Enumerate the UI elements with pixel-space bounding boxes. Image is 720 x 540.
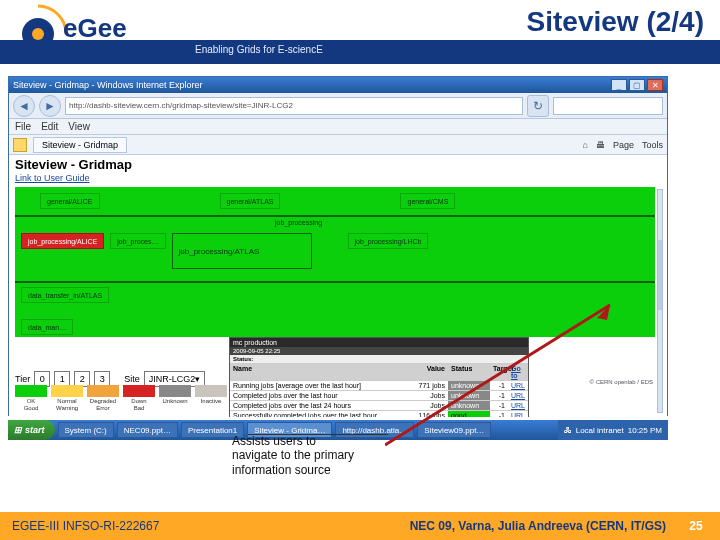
legend-unk: Unknown [159, 385, 191, 411]
tile-general-atlas[interactable]: general/ATLAS [220, 193, 281, 209]
ie-toolbar: ◄ ► http://dashb-siteview.cern.ch/gridma… [9, 93, 667, 119]
tile-proc-alice[interactable]: job_processing/ALICE [21, 233, 104, 249]
refresh-button[interactable]: ↻ [527, 95, 549, 117]
metric-url-link[interactable]: URL [508, 391, 528, 400]
ie-tab-bar: Siteview - Gridmap ⌂ 🖶 Page Tools [9, 135, 667, 155]
metric-url-link[interactable]: URL [508, 411, 528, 417]
tool-home-icon[interactable]: ⌂ [583, 140, 588, 150]
windows-icon: ⊞ [14, 425, 22, 435]
legend-ok: OKGood [15, 385, 47, 411]
network-icon: 🖧 [564, 426, 572, 435]
metric-url-link[interactable]: URL [508, 381, 528, 390]
start-button[interactable]: ⊞ start [8, 420, 55, 440]
address-bar[interactable]: http://dashb-siteview.cern.ch/gridmap-si… [65, 97, 523, 115]
minimize-button[interactable]: _ [611, 79, 627, 91]
clock: 10:25 PM [628, 426, 662, 435]
popup-timestamp: 2009-09-05 22:25 [230, 347, 528, 355]
header: eGee Enabling Grids for E-sciencE Sitevi… [0, 0, 720, 56]
legend-warn: NormalWarning [51, 385, 83, 411]
footer: EGEE-III INFSO-RI-222667 NEC 09, Varna, … [0, 512, 720, 540]
tile-proc-atlas[interactable]: job_processing/ATLAS [172, 233, 312, 269]
job-processing-label: job_processing [275, 219, 322, 226]
user-guide-link[interactable]: Link to User Guide [15, 173, 90, 183]
close-button[interactable]: ✕ [647, 79, 663, 91]
scrollbar[interactable] [657, 189, 663, 413]
menu-file[interactable]: File [15, 121, 31, 132]
tool-tools[interactable]: Tools [642, 140, 663, 150]
taskbar-item[interactable]: Siteview09.ppt… [417, 422, 491, 438]
browser-tab[interactable]: Siteview - Gridmap [33, 137, 127, 153]
popup-header: mc production [230, 338, 528, 347]
metric-row: Completed jobs over the last 24 hoursJob… [230, 400, 528, 410]
search-box[interactable] [553, 97, 663, 115]
cern-credit: © CERN openlab / EDS [590, 379, 653, 385]
favorites-icon[interactable] [13, 138, 27, 152]
legend: OKGoodNormalWarningDegradedErrorDownBadU… [15, 385, 227, 411]
tile-proc-mid[interactable]: job_proces… [110, 233, 165, 249]
ie-titlebar: Siteview - Gridmap - Windows Internet Ex… [9, 77, 667, 93]
metric-url-link[interactable]: URL [508, 401, 528, 410]
menu-view[interactable]: View [68, 121, 90, 132]
tile-general-cms[interactable]: general/CMS [400, 193, 455, 209]
taskbar-item[interactable]: System (C:) [58, 422, 114, 438]
forward-button[interactable]: ► [39, 95, 61, 117]
tile-general-alice[interactable]: general/ALICE [40, 193, 100, 209]
metric-row: Successfully completed jobs over the las… [230, 410, 528, 417]
system-tray[interactable]: 🖧 Local intranet 10:25 PM [558, 420, 668, 440]
tile-data-atlas[interactable]: data_transfer_in/ATLAS [21, 287, 109, 303]
tool-page[interactable]: Page [613, 140, 634, 150]
svg-point-1 [32, 28, 44, 40]
metric-popup: mc production 2009-09-05 22:25 Status: N… [229, 337, 529, 417]
tile-proc-lhcb[interactable]: job_processing/LHCb [348, 233, 429, 249]
annotation-text: Assists users to navigate to the primary… [232, 434, 362, 477]
maximize-button[interactable]: ▢ [629, 79, 645, 91]
metric-row: Running jobs [average over the last hour… [230, 380, 528, 390]
page-number: 25 [684, 519, 708, 533]
taskbar-item[interactable]: NEC09.ppt… [117, 422, 178, 438]
footer-right: NEC 09, Varna, Julia Andreeva (CERN, IT/… [410, 519, 666, 533]
gridmap[interactable]: general/ALICE general/ATLAS general/CMS … [15, 187, 655, 337]
page-title: Siteview (2/4) [527, 6, 704, 38]
tagline: Enabling Grids for E-sciencE [195, 44, 323, 55]
page-content: Siteview - Gridmap Link to User Guide ge… [9, 155, 667, 417]
tool-print-icon[interactable]: 🖶 [596, 140, 605, 150]
egee-logo: eGee [8, 4, 163, 52]
scroll-thumb[interactable] [658, 240, 662, 310]
footer-left: EGEE-III INFSO-RI-222667 [12, 519, 159, 533]
ie-window: Siteview - Gridmap - Windows Internet Ex… [8, 76, 668, 416]
window-title: Siteview - Gridmap - Windows Internet Ex… [13, 80, 203, 90]
tile-data-man[interactable]: data_man… [21, 319, 73, 335]
gridmap-title: Siteview - Gridmap [15, 157, 132, 172]
metric-row: Completed jobs over the last hourJobsunk… [230, 390, 528, 400]
legend-deg: DegradedError [87, 385, 119, 411]
back-button[interactable]: ◄ [13, 95, 35, 117]
legend-inact: Inactive [195, 385, 227, 411]
legend-down: DownBad [123, 385, 155, 411]
menu-edit[interactable]: Edit [41, 121, 58, 132]
ie-menu: File Edit View [9, 119, 667, 135]
svg-text:eGee: eGee [63, 13, 127, 43]
